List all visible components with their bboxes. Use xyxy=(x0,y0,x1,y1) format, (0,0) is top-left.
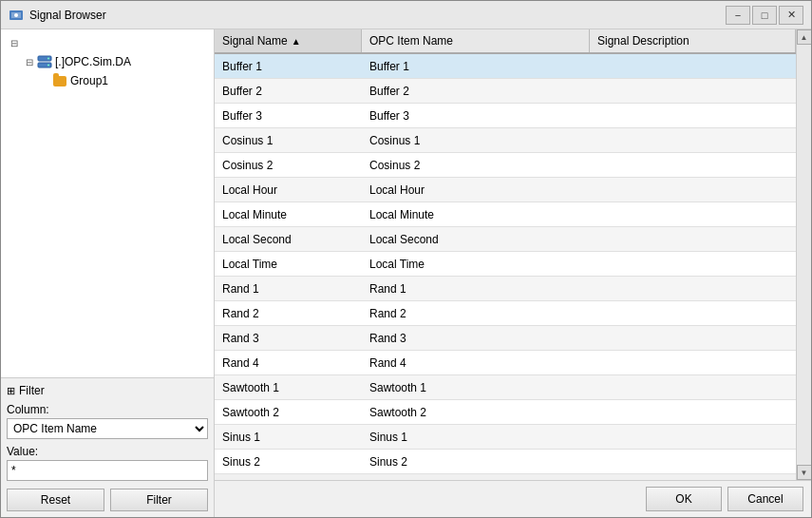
svg-point-6 xyxy=(47,65,49,67)
opc-item-name-column-label: OPC Item Name xyxy=(369,34,453,48)
cell-signal-name: Sawtooth 2 xyxy=(215,406,362,419)
table-container: Signal Name ▲ OPC Item Name Signal Descr… xyxy=(215,29,796,480)
maximize-button[interactable]: □ xyxy=(752,6,777,25)
table-row[interactable]: Local HourLocal Hour xyxy=(215,178,796,202)
table-row[interactable]: Local SecondLocal Second xyxy=(215,227,796,252)
signal-browser-window: Signal Browser − □ ✕ ⊟ ⊟ xyxy=(0,0,812,518)
filter-header-icon: ⊞ xyxy=(7,385,15,397)
cell-signal-name: Local Time xyxy=(215,258,362,271)
right-panel: Signal Name ▲ OPC Item Name Signal Descr… xyxy=(215,29,811,517)
cell-signal-name: Sinus 2 xyxy=(215,455,362,469)
cell-signal-name: Rand 4 xyxy=(215,356,362,370)
svg-point-2 xyxy=(14,13,18,17)
table-row[interactable]: Buffer 3Buffer 3 xyxy=(215,104,796,128)
expand-icon[interactable]: ⊟ xyxy=(7,35,22,50)
filter-title: Filter xyxy=(19,384,45,397)
filter-button[interactable]: Filter xyxy=(110,489,208,511)
table-row[interactable]: Sinus 1Sinus 1 xyxy=(215,425,796,450)
scroll-track[interactable] xyxy=(797,45,811,465)
table-row[interactable]: Rand 1Rand 1 xyxy=(215,277,796,301)
reset-button[interactable]: Reset xyxy=(7,489,104,511)
left-panel: ⊟ ⊟ [.]OPC xyxy=(1,29,215,517)
filter-buttons: Reset Filter xyxy=(7,489,208,511)
cell-signal-name: Local Second xyxy=(215,233,362,246)
scrollbar[interactable]: ▲ ▼ xyxy=(796,29,811,480)
title-bar: Signal Browser − □ ✕ xyxy=(1,1,811,29)
table-row[interactable]: Rand 3Rand 3 xyxy=(215,326,796,351)
group-label: Group1 xyxy=(70,74,108,87)
tree-item-server[interactable]: ⊟ [.]OPC.Sim.DA xyxy=(5,52,210,71)
scroll-up-button[interactable]: ▲ xyxy=(797,29,812,45)
window-title: Signal Browser xyxy=(29,9,726,22)
cell-opc-item-name: Local Time xyxy=(362,258,590,271)
cell-opc-item-name: Cosinus 2 xyxy=(362,159,590,172)
table-row[interactable]: Sawtooth 2Sawtooth 2 xyxy=(215,400,796,425)
cell-opc-item-name: Rand 3 xyxy=(362,332,590,345)
cell-signal-name: Rand 1 xyxy=(215,282,362,296)
cell-opc-item-name: Local Second xyxy=(362,233,590,246)
filter-value-input[interactable] xyxy=(7,460,208,481)
right-panel-inner: Signal Name ▲ OPC Item Name Signal Descr… xyxy=(215,29,811,480)
signal-description-column-label: Signal Description xyxy=(597,34,689,48)
scroll-down-button[interactable]: ▼ xyxy=(797,465,812,480)
bottom-bar: OK Cancel xyxy=(215,480,811,517)
cell-signal-name: Sinus 1 xyxy=(215,431,362,444)
minimize-button[interactable]: − xyxy=(726,6,750,25)
cell-opc-item-name: Buffer 1 xyxy=(362,60,590,73)
server-label: [.]OPC.Sim.DA xyxy=(55,55,131,68)
server-expand-icon[interactable]: ⊟ xyxy=(22,54,37,69)
table-row[interactable]: Rand 4Rand 4 xyxy=(215,351,796,375)
cell-signal-name: Sawtooth 1 xyxy=(215,381,362,394)
cell-opc-item-name: Rand 1 xyxy=(362,282,590,296)
cell-opc-item-name: Local Minute xyxy=(362,208,590,221)
cell-opc-item-name: Cosinus 1 xyxy=(362,134,590,147)
table-row[interactable]: Sawtooth 1Sawtooth 1 xyxy=(215,375,796,400)
column-header-signal-name[interactable]: Signal Name ▲ xyxy=(215,29,362,52)
cancel-button[interactable]: Cancel xyxy=(727,487,803,511)
cell-signal-name: Buffer 1 xyxy=(215,60,362,73)
tree-item-group1[interactable]: Group1 xyxy=(5,71,210,90)
server-icon xyxy=(37,54,52,69)
cell-signal-name: Buffer 3 xyxy=(215,109,362,123)
value-label: Value: xyxy=(7,445,208,458)
column-header-signal-description[interactable]: Signal Description xyxy=(590,29,796,52)
tree-item-root[interactable]: ⊟ xyxy=(5,33,210,52)
tree-area[interactable]: ⊟ ⊟ [.]OPC xyxy=(1,29,214,377)
column-header-opc-item-name[interactable]: OPC Item Name xyxy=(362,29,590,52)
table-row[interactable]: Buffer 2Buffer 2 xyxy=(215,79,796,104)
signal-name-column-label: Signal Name xyxy=(222,34,288,48)
cell-opc-item-name: Buffer 2 xyxy=(362,85,590,98)
table-header: Signal Name ▲ OPC Item Name Signal Descr… xyxy=(215,29,796,54)
table-row[interactable]: Local TimeLocal Time xyxy=(215,252,796,277)
cell-opc-item-name: Sawtooth 2 xyxy=(362,406,590,419)
table-row[interactable]: Rand 2Rand 2 xyxy=(215,301,796,326)
cell-signal-name: Rand 3 xyxy=(215,332,362,345)
close-button[interactable]: ✕ xyxy=(779,6,803,25)
table-row[interactable]: Local MinuteLocal Minute xyxy=(215,202,796,227)
cell-opc-item-name: Sinus 2 xyxy=(362,455,590,469)
cell-opc-item-name: Buffer 3 xyxy=(362,109,590,123)
table-row[interactable]: Cosinus 1Cosinus 1 xyxy=(215,128,796,153)
table-row[interactable]: Buffer 1Buffer 1 xyxy=(215,54,796,79)
cell-signal-name: Rand 2 xyxy=(215,307,362,320)
cell-signal-name: Buffer 2 xyxy=(215,85,362,98)
cell-signal-name: Local Minute xyxy=(215,208,362,221)
cell-opc-item-name: Local Hour xyxy=(362,183,590,197)
table-row[interactable]: Sinus 2Sinus 2 xyxy=(215,450,796,474)
table-row[interactable]: Cosinus 2Cosinus 2 xyxy=(215,153,796,178)
cell-opc-item-name: Rand 4 xyxy=(362,356,590,370)
cell-signal-name: Local Hour xyxy=(215,183,362,197)
sort-arrow-icon: ▲ xyxy=(292,36,301,47)
svg-point-5 xyxy=(47,58,49,60)
cell-opc-item-name: Sawtooth 1 xyxy=(362,381,590,394)
column-select[interactable]: Signal Name OPC Item Name Signal Descrip… xyxy=(7,418,208,439)
ok-button[interactable]: OK xyxy=(646,487,722,511)
window-controls: − □ ✕ xyxy=(726,6,803,25)
table-body[interactable]: Buffer 1Buffer 1Buffer 2Buffer 2Buffer 3… xyxy=(215,54,796,480)
column-label: Column: xyxy=(7,403,208,416)
app-icon xyxy=(9,8,24,23)
main-content: ⊟ ⊟ [.]OPC xyxy=(1,29,811,517)
filter-section: ⊞ Filter Column: Signal Name OPC Item Na… xyxy=(1,377,214,517)
cell-opc-item-name: Rand 2 xyxy=(362,307,590,320)
cell-signal-name: Cosinus 2 xyxy=(215,159,362,172)
